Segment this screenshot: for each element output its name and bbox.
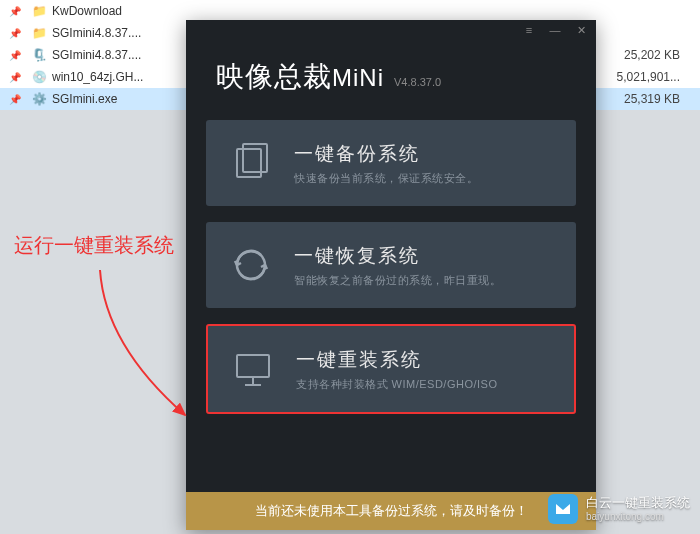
pin-icon: 📌 xyxy=(0,94,30,105)
gho-icon: 💿 xyxy=(30,69,48,85)
backup-system-card[interactable]: 一键备份系统 快速备份当前系统，保证系统安全。 xyxy=(206,120,576,206)
file-row[interactable]: 📌 📁 KwDownload xyxy=(0,0,700,22)
feature-title: 一键恢复系统 xyxy=(294,243,556,269)
pin-icon: 📌 xyxy=(0,6,30,17)
feature-title: 一键备份系统 xyxy=(294,141,556,167)
app-title-suffix: MiNi xyxy=(332,64,384,91)
status-bar: 当前还未使用本工具备份过系统，请及时备份！ xyxy=(186,492,596,530)
folder-icon: 📁 xyxy=(30,25,48,41)
app-title: 映像总裁MiNi xyxy=(216,58,384,96)
folder-icon: 📁 xyxy=(30,3,48,19)
pin-icon: 📌 xyxy=(0,50,30,61)
reinstall-system-card[interactable]: 一键重装系统 支持各种封装格式 WIM/ESD/GHO/ISO xyxy=(206,324,576,414)
app-version: V4.8.37.0 xyxy=(394,76,441,88)
feature-text: 一键备份系统 快速备份当前系统，保证系统安全。 xyxy=(294,141,556,186)
watermark-text: 白云一键重装系统 baiyunxitong.com xyxy=(586,495,690,523)
watermark-title: 白云一键重装系统 xyxy=(586,495,690,511)
watermark: 白云一键重装系统 baiyunxitong.com xyxy=(548,494,690,524)
menu-icon[interactable]: ≡ xyxy=(522,24,536,36)
annotation-label: 运行一键重装系统 xyxy=(14,232,174,259)
file-name: KwDownload xyxy=(52,4,232,18)
feature-desc: 支持各种封装格式 WIM/ESD/GHO/ISO xyxy=(296,377,554,392)
feature-desc: 智能恢复之前备份过的系统，昨日重现。 xyxy=(294,273,556,288)
app-header: 映像总裁MiNi V4.8.37.0 xyxy=(186,40,596,120)
watermark-logo-icon xyxy=(548,494,578,524)
app-title-main: 映像总裁 xyxy=(216,61,332,92)
titlebar: ≡ — ✕ xyxy=(186,20,596,40)
refresh-icon xyxy=(226,240,276,290)
zip-icon: 🗜️ xyxy=(30,47,48,63)
app-window: ≡ — ✕ 映像总裁MiNi V4.8.37.0 一键备份系统 快速备份当前系统… xyxy=(186,20,596,530)
feature-text: 一键恢复系统 智能恢复之前备份过的系统，昨日重现。 xyxy=(294,243,556,288)
close-button[interactable]: ✕ xyxy=(574,24,588,37)
feature-desc: 快速备份当前系统，保证系统安全。 xyxy=(294,171,556,186)
minimize-button[interactable]: — xyxy=(548,24,562,36)
feature-text: 一键重装系统 支持各种封装格式 WIM/ESD/GHO/ISO xyxy=(296,347,554,392)
feature-title: 一键重装系统 xyxy=(296,347,554,373)
exe-icon: ⚙️ xyxy=(30,91,48,107)
monitor-icon xyxy=(228,344,278,394)
pin-icon: 📌 xyxy=(0,28,30,39)
copy-icon xyxy=(226,138,276,188)
svg-rect-2 xyxy=(237,355,269,377)
restore-system-card[interactable]: 一键恢复系统 智能恢复之前备份过的系统，昨日重现。 xyxy=(206,222,576,308)
watermark-url: baiyunxitong.com xyxy=(586,511,690,523)
pin-icon: 📌 xyxy=(0,72,30,83)
